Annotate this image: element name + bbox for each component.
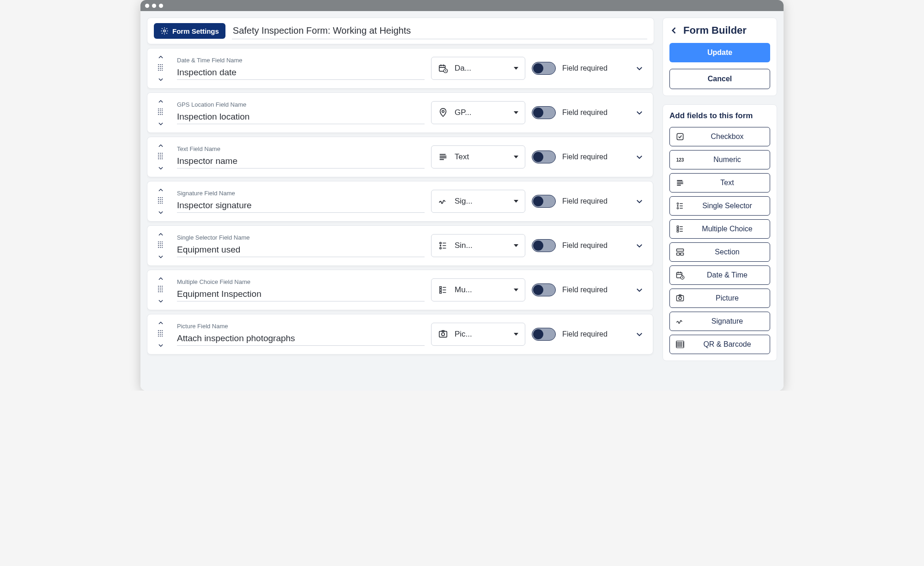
form-settings-button[interactable]: Form Settings [154, 23, 225, 39]
drag-handle-icon[interactable] [158, 108, 164, 117]
expand-chevron-icon[interactable] [635, 64, 644, 72]
palette-item-section[interactable]: Section [669, 242, 770, 262]
chevron-down-icon [514, 156, 518, 158]
drag-handle-icon[interactable] [158, 64, 164, 72]
field-name-input[interactable] [177, 199, 425, 213]
move-down-icon[interactable] [158, 165, 164, 171]
sidebar: Form Builder Update Cancel Add fields to… [663, 18, 777, 384]
field-card: Picture Field Name Pic... Field required [147, 314, 653, 355]
palette-item-numeric[interactable]: Numeric [669, 150, 770, 169]
field-name-input[interactable] [177, 331, 425, 346]
move-up-icon[interactable] [158, 98, 164, 105]
required-group: Field required [532, 239, 624, 252]
palette-item-checkbox[interactable]: Checkbox [669, 127, 770, 146]
palette-item-barcode[interactable]: QR & Barcode [669, 335, 770, 354]
palette-item-multiple-choice[interactable]: Multiple Choice [669, 219, 770, 239]
move-down-icon[interactable] [158, 209, 164, 216]
field-name-input[interactable] [177, 287, 425, 301]
required-label: Field required [562, 286, 608, 294]
update-button[interactable]: Update [669, 43, 770, 62]
field-type-select[interactable]: Text [431, 145, 525, 169]
required-toggle[interactable] [532, 151, 556, 163]
palette-item-label: Picture [690, 294, 764, 302]
expand-chevron-icon[interactable] [635, 286, 644, 294]
field-type-select[interactable]: GP... [431, 101, 525, 124]
palette-item-picture[interactable]: Picture [669, 289, 770, 308]
field-type-select[interactable]: Sin... [431, 234, 525, 257]
field-type-label: Multiple Choice Field Name [177, 278, 425, 285]
required-group: Field required [532, 283, 624, 296]
multiple-choice-icon [438, 285, 448, 295]
back-chevron-icon[interactable] [669, 26, 679, 35]
field-type-select[interactable]: Pic... [431, 323, 525, 346]
expand-chevron-icon[interactable] [635, 330, 644, 338]
palette-item-label: Signature [690, 317, 764, 325]
form-header-card: Form Settings [147, 18, 654, 44]
text-icon [675, 178, 685, 187]
palette-item-single-selector[interactable]: Single Selector [669, 196, 770, 216]
window-min-dot[interactable] [152, 4, 156, 8]
cancel-button[interactable]: Cancel [669, 69, 770, 89]
field-card: Single Selector Field Name Sin... Field … [147, 225, 653, 266]
expand-chevron-icon[interactable] [635, 153, 644, 161]
move-up-icon[interactable] [158, 143, 164, 149]
move-up-icon[interactable] [158, 276, 164, 282]
move-down-icon[interactable] [158, 342, 164, 349]
chevron-down-icon [514, 200, 518, 203]
expand-chevron-icon[interactable] [635, 108, 644, 117]
chevron-down-icon [514, 244, 518, 247]
required-toggle[interactable] [532, 195, 556, 208]
window-max-dot[interactable] [159, 4, 163, 8]
checkbox-icon [675, 132, 685, 141]
required-toggle[interactable] [532, 239, 556, 252]
single-selector-icon [675, 201, 685, 211]
move-down-icon[interactable] [158, 253, 164, 260]
field-name-input[interactable] [177, 243, 425, 257]
move-up-icon[interactable] [158, 320, 164, 326]
field-type-display: Sin... [455, 241, 507, 250]
required-toggle[interactable] [532, 283, 556, 296]
move-up-icon[interactable] [158, 231, 164, 238]
move-up-icon[interactable] [158, 187, 164, 193]
signature-icon [438, 196, 448, 206]
required-toggle[interactable] [532, 62, 556, 75]
field-name-input[interactable] [177, 154, 425, 169]
move-up-icon[interactable] [158, 54, 164, 60]
expand-chevron-icon[interactable] [635, 241, 644, 250]
required-toggle[interactable] [532, 106, 556, 119]
expand-chevron-icon[interactable] [635, 197, 644, 205]
required-label: Field required [562, 108, 608, 117]
required-toggle[interactable] [532, 328, 556, 341]
main-column: Form Settings Date & Time Field Name Da.… [147, 18, 654, 384]
field-card: Text Field Name Text Field required [147, 137, 653, 177]
field-name-input[interactable] [177, 110, 425, 124]
numeric-icon [675, 155, 685, 164]
drag-handle-icon[interactable] [158, 286, 164, 294]
form-title-input[interactable] [232, 23, 647, 39]
chevron-down-icon [514, 333, 518, 336]
drag-handle-icon[interactable] [158, 197, 164, 205]
window-close-dot[interactable] [145, 4, 149, 8]
move-down-icon[interactable] [158, 298, 164, 304]
field-card: Signature Field Name Sig... Field requir… [147, 181, 653, 222]
multiple-choice-icon [675, 224, 685, 234]
drag-handle-icon[interactable] [158, 241, 164, 250]
field-type-select[interactable]: Mu... [431, 278, 525, 301]
reorder-controls [151, 98, 170, 127]
palette-item-datetime[interactable]: Date & Time [669, 265, 770, 285]
move-down-icon[interactable] [158, 120, 164, 127]
single-selector-icon [438, 241, 448, 251]
move-down-icon[interactable] [158, 76, 164, 83]
palette-item-text[interactable]: Text [669, 173, 770, 193]
palette-item-signature[interactable]: Signature [669, 312, 770, 331]
picture-icon [438, 329, 448, 339]
field-name-input[interactable] [177, 66, 425, 80]
field-type-select[interactable]: Sig... [431, 190, 525, 213]
app-window: Form Settings Date & Time Field Name Da.… [140, 0, 784, 391]
field-type-select[interactable]: Da... [431, 57, 525, 80]
drag-handle-icon[interactable] [158, 330, 164, 338]
signature-icon [675, 317, 685, 326]
palette-item-label: Section [690, 248, 764, 256]
field-type-label: Single Selector Field Name [177, 234, 425, 241]
drag-handle-icon[interactable] [158, 153, 164, 161]
